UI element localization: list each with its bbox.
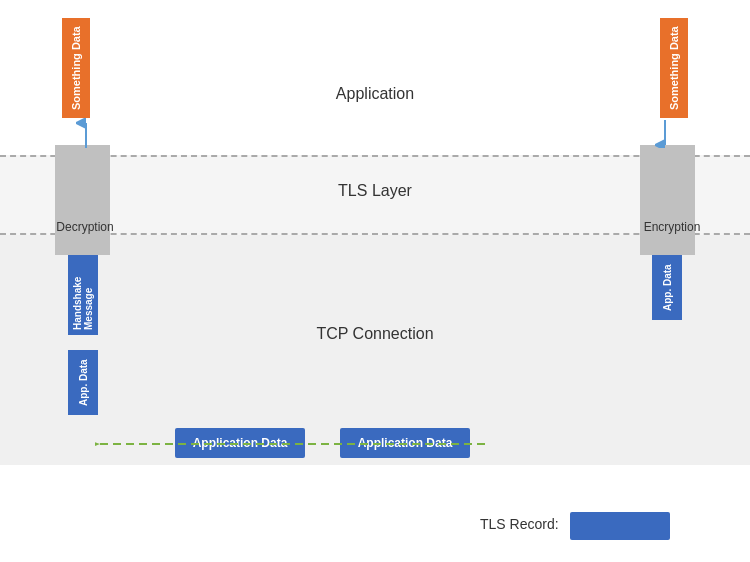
arrow-up-left: [76, 118, 96, 148]
tls-label: TLS Layer: [338, 182, 412, 200]
handshake-box: Handshake Message: [68, 255, 98, 335]
encryption-label: Encryption: [637, 220, 707, 234]
tls-record-box: [570, 512, 670, 540]
tcp-label: TCP Connection: [316, 325, 433, 343]
application-label: Application: [336, 85, 414, 103]
gray-box-right: [640, 145, 695, 255]
arrow-down-right: [655, 118, 675, 148]
gray-box-left: [55, 145, 110, 255]
app-data-right-vertical: App. Data: [652, 255, 682, 320]
app-data-left-vertical: App. Data: [68, 350, 98, 415]
decryption-label: Decryption: [55, 220, 115, 234]
tls-record-label: TLS Record:: [480, 516, 559, 532]
orange-box-left: Something Data: [62, 18, 90, 118]
dashed-arrow: [95, 432, 495, 456]
application-layer: Application: [0, 0, 750, 155]
diagram: Application TLS Layer TCP Connection Som…: [0, 0, 750, 562]
orange-box-right: Something Data: [660, 18, 688, 118]
